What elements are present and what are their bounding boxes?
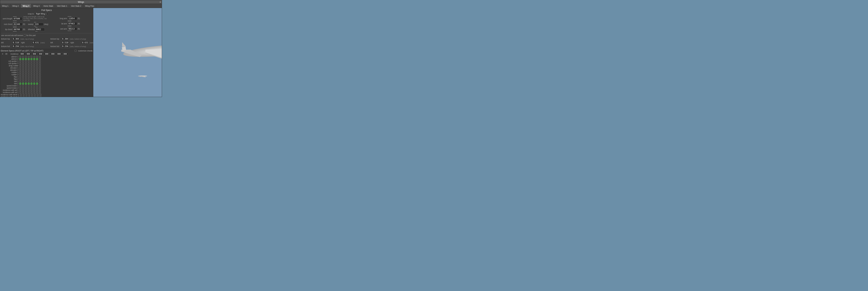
tab-wing-flex[interactable]: Wing Flex — [83, 4, 96, 8]
texture-bot-right-value[interactable]: 0.256 — [61, 45, 69, 48]
col-7[interactable]: 000 — [62, 52, 68, 56]
element-cell[interactable] — [25, 72, 27, 73]
lat-arm-value[interactable]: 07463 — [68, 22, 77, 25]
element-cell[interactable] — [31, 67, 32, 69]
semi-length-value[interactable]: 07500 — [13, 17, 22, 20]
customize-chords-btn[interactable]: customize chords — [74, 50, 93, 52]
element-cell[interactable] — [39, 85, 41, 87]
element-cell[interactable] — [31, 94, 33, 96]
element-cell[interactable] — [19, 78, 21, 80]
element-cell[interactable] — [36, 69, 38, 71]
element-cell[interactable] — [33, 65, 35, 67]
element-cell[interactable] — [33, 85, 35, 87]
element-cell[interactable] — [34, 96, 36, 97]
element-cell[interactable] — [36, 63, 38, 65]
element-cell[interactable] — [39, 92, 41, 94]
element-cell[interactable] — [31, 63, 32, 65]
element-cell[interactable] — [36, 85, 38, 87]
element-cell[interactable] — [28, 87, 30, 89]
element-cell[interactable] — [33, 80, 35, 82]
element-cell[interactable] — [31, 76, 32, 78]
element-cell[interactable] — [39, 65, 41, 67]
tab-horiz-stab[interactable]: Horiz Stab — [42, 4, 55, 8]
element-cell[interactable] — [39, 87, 41, 89]
element-cell[interactable] — [28, 89, 30, 91]
element-cell[interactable] — [37, 96, 38, 97]
tip-chord-value[interactable]: 00700 — [13, 28, 22, 31]
element-cell[interactable] — [19, 63, 21, 65]
element-cell[interactable] — [34, 94, 36, 96]
element-cell[interactable] — [22, 58, 24, 60]
element-cell[interactable] — [26, 96, 27, 97]
num-header[interactable]: 08 — [4, 53, 8, 55]
element-cell[interactable] — [31, 87, 32, 89]
col-2[interactable]: 000 — [32, 52, 37, 56]
element-cell[interactable] — [33, 83, 35, 84]
element-cell[interactable] — [31, 58, 32, 60]
element-cell[interactable] — [25, 92, 27, 94]
element-cell[interactable] — [39, 58, 41, 60]
element-cell[interactable] — [39, 67, 41, 69]
element-cell[interactable] — [19, 65, 21, 67]
use-second-checkbox[interactable] — [24, 35, 26, 36]
element-cell[interactable] — [22, 61, 24, 62]
element-cell[interactable] — [39, 63, 41, 65]
element-cell[interactable] — [33, 74, 35, 76]
element-cell[interactable] — [19, 74, 21, 76]
element-cell[interactable] — [37, 94, 38, 96]
element-cell[interactable] — [33, 58, 35, 60]
close-button[interactable]: × — [160, 1, 161, 3]
element-cell[interactable] — [19, 89, 21, 91]
element-cell[interactable] — [33, 56, 35, 58]
element-cell[interactable] — [19, 61, 21, 62]
element-cell[interactable] — [19, 85, 21, 87]
element-cell[interactable] — [31, 61, 32, 62]
tab-vert-stab2[interactable]: Vert Stab 2 — [69, 4, 83, 8]
element-cell[interactable] — [31, 96, 33, 97]
element-cell[interactable] — [20, 94, 22, 96]
element-cell[interactable] — [39, 72, 41, 73]
element-cell[interactable] — [20, 96, 22, 97]
texture-top-left-value[interactable]: 0.384 — [12, 37, 20, 40]
element-cell[interactable] — [28, 69, 30, 71]
element-cell[interactable] — [33, 89, 35, 91]
element-cell[interactable] — [36, 78, 38, 80]
element-cell[interactable] — [33, 87, 35, 89]
texture-left-left-value[interactable]: 0.510 — [12, 41, 20, 44]
element-cell[interactable] — [39, 80, 41, 82]
element-cell[interactable] — [31, 78, 32, 80]
col-4[interactable]: 000 — [44, 52, 50, 56]
element-cell[interactable] — [25, 63, 27, 65]
element-cell[interactable] — [22, 85, 24, 87]
element-cell[interactable] — [31, 74, 32, 76]
element-cell[interactable] — [26, 94, 27, 96]
element-cell[interactable] — [31, 92, 32, 94]
element-cell[interactable] — [39, 89, 41, 91]
element-cell[interactable] — [39, 74, 41, 76]
element-cell[interactable] — [19, 69, 21, 71]
element-cell[interactable] — [31, 89, 32, 91]
element-cell[interactable] — [36, 61, 38, 62]
element-cell[interactable] — [25, 58, 27, 60]
element-cell[interactable] — [25, 76, 27, 78]
element-cell[interactable] — [25, 65, 27, 67]
element-cell[interactable] — [33, 92, 35, 94]
element-cell[interactable] — [33, 69, 35, 71]
col-6[interactable]: 000 — [56, 52, 62, 56]
element-cell[interactable] — [25, 56, 27, 58]
element-cell[interactable] — [28, 72, 30, 73]
texture-left-right-value[interactable]: 0.631 — [32, 41, 40, 44]
element-cell[interactable] — [22, 89, 24, 91]
element-cell[interactable] — [33, 67, 35, 69]
element-cell[interactable] — [28, 83, 30, 84]
element-cell[interactable] — [28, 78, 30, 80]
element-cell[interactable] — [22, 80, 24, 82]
element-cell[interactable] — [36, 67, 38, 69]
element-cell[interactable] — [36, 76, 38, 78]
element-cell[interactable] — [19, 56, 21, 58]
element-cell[interactable] — [25, 74, 27, 76]
element-cell[interactable] — [25, 78, 27, 80]
element-cell[interactable] — [22, 87, 24, 89]
element-cell[interactable] — [36, 87, 38, 89]
col-1[interactable]: 000 — [26, 52, 31, 56]
